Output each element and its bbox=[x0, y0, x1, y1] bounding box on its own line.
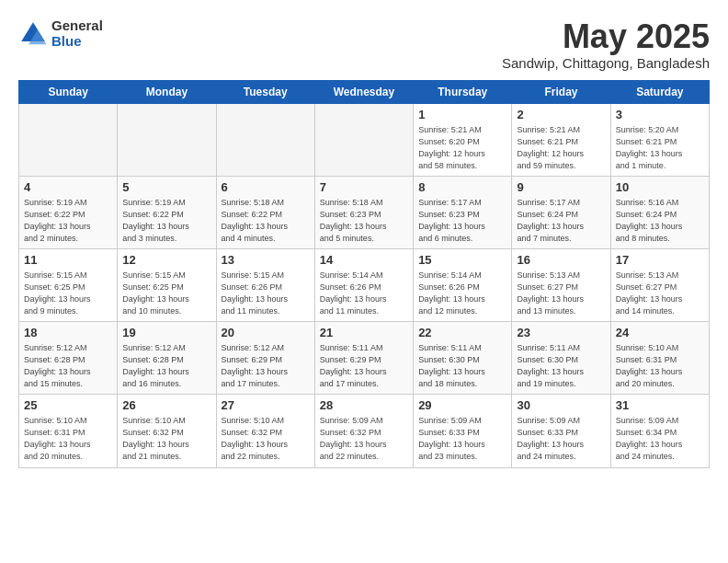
day-number: 17 bbox=[616, 253, 704, 267]
day-info: Sunrise: 5:16 AMSunset: 6:24 PMDaylight:… bbox=[616, 197, 704, 245]
calendar-cell bbox=[216, 103, 314, 176]
calendar-cell: 17Sunrise: 5:13 AMSunset: 6:27 PMDayligh… bbox=[610, 248, 709, 321]
calendar-cell: 23Sunrise: 5:11 AMSunset: 6:30 PMDayligh… bbox=[512, 322, 610, 395]
day-number: 19 bbox=[122, 326, 210, 339]
day-info: Sunrise: 5:18 AMSunset: 6:22 PMDaylight:… bbox=[222, 197, 310, 245]
calendar-cell: 15Sunrise: 5:14 AMSunset: 6:26 PMDayligh… bbox=[414, 248, 512, 321]
calendar-cell bbox=[314, 103, 413, 176]
day-info: Sunrise: 5:09 AMSunset: 6:33 PMDaylight:… bbox=[418, 415, 506, 463]
calendar-cell: 18Sunrise: 5:12 AMSunset: 6:28 PMDayligh… bbox=[19, 322, 118, 395]
day-number: 11 bbox=[24, 253, 112, 267]
day-info: Sunrise: 5:11 AMSunset: 6:30 PMDaylight:… bbox=[517, 342, 605, 390]
day-number: 26 bbox=[122, 398, 210, 412]
calendar-week-row: 4Sunrise: 5:19 AMSunset: 6:22 PMDaylight… bbox=[19, 176, 710, 248]
day-number: 23 bbox=[517, 326, 605, 339]
calendar-cell bbox=[19, 103, 118, 176]
calendar-cell: 8Sunrise: 5:17 AMSunset: 6:23 PMDaylight… bbox=[414, 176, 512, 248]
day-info: Sunrise: 5:10 AMSunset: 6:32 PMDaylight:… bbox=[122, 415, 210, 463]
calendar-cell: 5Sunrise: 5:19 AMSunset: 6:22 PMDaylight… bbox=[118, 176, 216, 248]
calendar-cell: 29Sunrise: 5:09 AMSunset: 6:33 PMDayligh… bbox=[414, 395, 512, 467]
day-number: 2 bbox=[517, 108, 605, 121]
calendar-week-row: 11Sunrise: 5:15 AMSunset: 6:25 PMDayligh… bbox=[19, 248, 710, 321]
calendar-cell: 1Sunrise: 5:21 AMSunset: 6:20 PMDaylight… bbox=[414, 103, 512, 176]
day-info: Sunrise: 5:19 AMSunset: 6:22 PMDaylight:… bbox=[24, 197, 112, 245]
day-number: 22 bbox=[418, 326, 506, 339]
day-info: Sunrise: 5:18 AMSunset: 6:23 PMDaylight:… bbox=[320, 197, 408, 245]
day-header-sunday: Sunday bbox=[19, 80, 118, 103]
day-number: 16 bbox=[517, 253, 605, 267]
calendar-cell: 16Sunrise: 5:13 AMSunset: 6:27 PMDayligh… bbox=[512, 248, 610, 321]
calendar-cell: 14Sunrise: 5:14 AMSunset: 6:26 PMDayligh… bbox=[314, 248, 413, 321]
calendar-cell: 22Sunrise: 5:11 AMSunset: 6:30 PMDayligh… bbox=[414, 322, 512, 395]
day-info: Sunrise: 5:10 AMSunset: 6:31 PMDaylight:… bbox=[24, 415, 112, 463]
calendar-cell bbox=[118, 103, 216, 176]
calendar-cell: 31Sunrise: 5:09 AMSunset: 6:34 PMDayligh… bbox=[610, 395, 709, 467]
calendar-cell: 21Sunrise: 5:11 AMSunset: 6:29 PMDayligh… bbox=[314, 322, 413, 395]
calendar-table: SundayMondayTuesdayWednesdayThursdayFrid… bbox=[18, 80, 710, 468]
calendar-cell: 20Sunrise: 5:12 AMSunset: 6:29 PMDayligh… bbox=[216, 322, 314, 395]
day-info: Sunrise: 5:17 AMSunset: 6:24 PMDaylight:… bbox=[517, 197, 605, 245]
day-header-thursday: Thursday bbox=[414, 80, 512, 103]
day-number: 24 bbox=[616, 326, 704, 339]
calendar-week-row: 18Sunrise: 5:12 AMSunset: 6:28 PMDayligh… bbox=[19, 322, 710, 395]
calendar-cell: 11Sunrise: 5:15 AMSunset: 6:25 PMDayligh… bbox=[19, 248, 118, 321]
day-info: Sunrise: 5:10 AMSunset: 6:31 PMDaylight:… bbox=[616, 342, 704, 390]
day-info: Sunrise: 5:09 AMSunset: 6:33 PMDaylight:… bbox=[517, 415, 605, 463]
logo-general-text: General bbox=[51, 18, 103, 34]
day-info: Sunrise: 5:12 AMSunset: 6:28 PMDaylight:… bbox=[122, 342, 210, 390]
day-number: 12 bbox=[122, 253, 210, 267]
calendar-cell: 25Sunrise: 5:10 AMSunset: 6:31 PMDayligh… bbox=[19, 395, 118, 467]
day-info: Sunrise: 5:20 AMSunset: 6:21 PMDaylight:… bbox=[616, 124, 704, 172]
calendar-week-row: 25Sunrise: 5:10 AMSunset: 6:31 PMDayligh… bbox=[19, 395, 710, 467]
day-number: 30 bbox=[517, 398, 605, 412]
day-info: Sunrise: 5:13 AMSunset: 6:27 PMDaylight:… bbox=[616, 270, 704, 317]
day-info: Sunrise: 5:21 AMSunset: 6:20 PMDaylight:… bbox=[418, 124, 506, 172]
day-info: Sunrise: 5:17 AMSunset: 6:23 PMDaylight:… bbox=[418, 197, 506, 245]
calendar-cell: 19Sunrise: 5:12 AMSunset: 6:28 PMDayligh… bbox=[118, 322, 216, 395]
month-title: May 2025 bbox=[502, 18, 710, 55]
calendar-cell: 4Sunrise: 5:19 AMSunset: 6:22 PMDaylight… bbox=[19, 176, 118, 248]
day-number: 6 bbox=[222, 180, 310, 194]
day-info: Sunrise: 5:15 AMSunset: 6:26 PMDaylight:… bbox=[222, 270, 310, 317]
day-number: 31 bbox=[616, 398, 704, 412]
day-number: 28 bbox=[320, 398, 408, 412]
day-header-monday: Monday bbox=[118, 80, 216, 103]
day-number: 13 bbox=[222, 253, 310, 267]
calendar-cell: 30Sunrise: 5:09 AMSunset: 6:33 PMDayligh… bbox=[512, 395, 610, 467]
calendar-cell: 24Sunrise: 5:10 AMSunset: 6:31 PMDayligh… bbox=[610, 322, 709, 395]
logo: General Blue bbox=[18, 18, 103, 49]
day-number: 1 bbox=[418, 108, 506, 121]
day-info: Sunrise: 5:12 AMSunset: 6:29 PMDaylight:… bbox=[222, 342, 310, 390]
day-info: Sunrise: 5:19 AMSunset: 6:22 PMDaylight:… bbox=[122, 197, 210, 245]
day-number: 7 bbox=[320, 180, 408, 194]
day-number: 21 bbox=[320, 326, 408, 339]
calendar-cell: 13Sunrise: 5:15 AMSunset: 6:26 PMDayligh… bbox=[216, 248, 314, 321]
day-number: 29 bbox=[418, 398, 506, 412]
header: General Blue May 2025 Sandwip, Chittagon… bbox=[18, 18, 710, 71]
calendar-cell: 12Sunrise: 5:15 AMSunset: 6:25 PMDayligh… bbox=[118, 248, 216, 321]
day-header-wednesday: Wednesday bbox=[314, 80, 413, 103]
calendar-header-row: SundayMondayTuesdayWednesdayThursdayFrid… bbox=[19, 80, 710, 103]
day-number: 10 bbox=[616, 180, 704, 194]
day-number: 20 bbox=[222, 326, 310, 339]
logo-blue-text: Blue bbox=[51, 34, 103, 50]
day-number: 15 bbox=[418, 253, 506, 267]
day-info: Sunrise: 5:21 AMSunset: 6:21 PMDaylight:… bbox=[517, 124, 605, 172]
day-number: 25 bbox=[24, 398, 112, 412]
logo-icon bbox=[18, 19, 48, 49]
calendar-cell: 2Sunrise: 5:21 AMSunset: 6:21 PMDaylight… bbox=[512, 103, 610, 176]
day-info: Sunrise: 5:09 AMSunset: 6:32 PMDaylight:… bbox=[320, 415, 408, 463]
day-info: Sunrise: 5:11 AMSunset: 6:29 PMDaylight:… bbox=[320, 342, 408, 390]
day-header-tuesday: Tuesday bbox=[216, 80, 314, 103]
day-number: 5 bbox=[122, 180, 210, 194]
day-number: 3 bbox=[616, 108, 704, 121]
day-header-friday: Friday bbox=[512, 80, 610, 103]
calendar-cell: 26Sunrise: 5:10 AMSunset: 6:32 PMDayligh… bbox=[118, 395, 216, 467]
calendar-cell: 6Sunrise: 5:18 AMSunset: 6:22 PMDaylight… bbox=[216, 176, 314, 248]
day-info: Sunrise: 5:10 AMSunset: 6:32 PMDaylight:… bbox=[222, 415, 310, 463]
day-number: 18 bbox=[24, 326, 112, 339]
calendar-week-row: 1Sunrise: 5:21 AMSunset: 6:20 PMDaylight… bbox=[19, 103, 710, 176]
calendar-cell: 10Sunrise: 5:16 AMSunset: 6:24 PMDayligh… bbox=[610, 176, 709, 248]
calendar-cell: 9Sunrise: 5:17 AMSunset: 6:24 PMDaylight… bbox=[512, 176, 610, 248]
calendar-cell: 7Sunrise: 5:18 AMSunset: 6:23 PMDaylight… bbox=[314, 176, 413, 248]
